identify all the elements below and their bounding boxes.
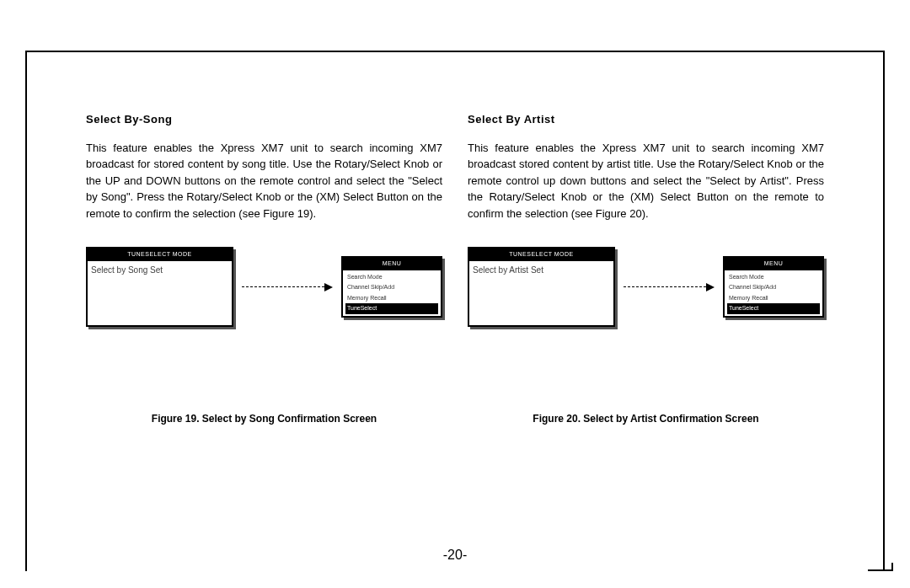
left-menu: MENU Search Mode Channel Skip/Add Memory…: [341, 256, 442, 318]
menu-item: Channel Skip/Add: [727, 282, 820, 293]
menu-item: Search Mode: [345, 272, 438, 283]
left-body: This feature enables the Xpress XM7 unit…: [86, 140, 442, 222]
left-menu-body: Search Mode Channel Skip/Add Memory Reca…: [343, 270, 441, 316]
arrow-icon: [242, 283, 333, 291]
menu-item-selected: TuneSelect: [345, 303, 438, 314]
left-caption: Figure 19. Select by Song Confirmation S…: [86, 411, 442, 426]
menu-item-selected: TuneSelect: [727, 303, 820, 314]
content-area: Select By-Song This feature enables the …: [27, 52, 883, 571]
left-column: Select By-Song This feature enables the …: [86, 111, 442, 537]
left-screen: TUNESELECT MODE Select by Song Set: [86, 247, 233, 327]
right-screen-title: TUNESELECT MODE: [469, 249, 613, 261]
left-screen-line: Select by Song Set: [88, 261, 232, 279]
menu-item: Memory Recall: [727, 293, 820, 304]
menu-item: Memory Recall: [345, 293, 438, 304]
left-figure: TUNESELECT MODE Select by Song Set MENU …: [86, 247, 442, 327]
menu-item: Channel Skip/Add: [345, 282, 438, 293]
corner-mark: [868, 563, 893, 571]
right-screen-line: Select by Artist Set: [469, 261, 613, 279]
menu-item: Search Mode: [727, 272, 820, 283]
right-heading: Select By Artist: [468, 111, 824, 128]
right-figure: TUNESELECT MODE Select by Artist Set MEN…: [468, 247, 824, 327]
page-number: -20-: [443, 548, 467, 563]
right-menu-body: Search Mode Channel Skip/Add Memory Reca…: [725, 270, 822, 316]
right-caption: Figure 20. Select by Artist Confirmation…: [468, 411, 824, 426]
left-heading: Select By-Song: [86, 111, 442, 128]
right-menu: MENU Search Mode Channel Skip/Add Memory…: [723, 256, 824, 318]
left-screen-title: TUNESELECT MODE: [88, 249, 232, 261]
arrow-icon: [624, 283, 715, 291]
right-column: Select By Artist This feature enables th…: [468, 111, 824, 537]
right-screen: TUNESELECT MODE Select by Artist Set: [468, 247, 615, 327]
right-body: This feature enables the Xpress XM7 unit…: [468, 140, 824, 222]
page-frame: Select By-Song This feature enables the …: [25, 51, 885, 571]
right-menu-title: MENU: [725, 258, 822, 270]
left-menu-title: MENU: [343, 258, 441, 270]
